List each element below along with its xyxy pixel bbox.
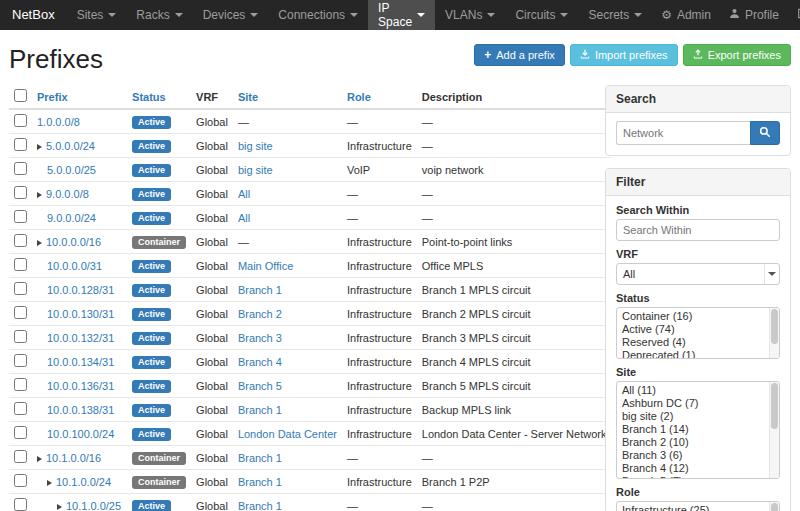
site-link[interactable]: Branch 1 — [238, 404, 282, 416]
nav-item-ip-space[interactable]: IP Space — [368, 0, 435, 30]
row-checkbox[interactable] — [14, 450, 27, 463]
prefix-link[interactable]: 1.0.0.0/8 — [37, 116, 80, 128]
listbox-option[interactable]: Branch 2 (10) — [617, 436, 779, 449]
row-checkbox[interactable] — [14, 162, 27, 175]
prefix-link[interactable]: 10.0.0.130/31 — [47, 308, 114, 320]
listbox-option[interactable]: Deprecated (1) — [617, 349, 779, 359]
row-checkbox[interactable] — [14, 426, 27, 439]
prefix-link[interactable]: 10.1.0.0/16 — [46, 452, 101, 464]
site-link[interactable]: big site — [238, 164, 273, 176]
column-header-status[interactable]: Status — [127, 85, 191, 109]
listbox-option[interactable]: big site (2) — [617, 410, 779, 423]
prefix-link[interactable]: 10.0.0.134/31 — [47, 356, 114, 368]
listbox-option[interactable]: Ashburn DC (7) — [617, 397, 779, 410]
vrf-cell: Global — [191, 398, 233, 422]
site-link[interactable]: Branch 1 — [238, 452, 282, 464]
site-link[interactable]: Branch 1 — [238, 284, 282, 296]
site-cell: Branch 5 — [233, 374, 342, 398]
add-prefix-button[interactable]: + Add a prefix — [474, 44, 565, 66]
row-checkbox[interactable] — [14, 138, 27, 151]
status-badge: Active — [132, 380, 171, 393]
row-checkbox[interactable] — [14, 282, 27, 295]
role-listbox[interactable]: Infrastructure (25)Management (8)Private… — [616, 501, 780, 511]
nav-item-secrets[interactable]: Secrets — [578, 0, 652, 30]
nav-item-circuits[interactable]: Circuits — [505, 0, 578, 30]
site-link[interactable]: Branch 1 — [238, 476, 282, 488]
status-badge: Active — [132, 428, 171, 441]
row-checkbox[interactable] — [14, 378, 27, 391]
site-link[interactable]: Branch 5 — [238, 380, 282, 392]
site-link[interactable]: All — [238, 188, 250, 200]
listbox-option[interactable]: Branch 1 (14) — [617, 423, 779, 436]
import-prefixes-button[interactable]: Import prefixes — [570, 44, 678, 66]
row-checkbox[interactable] — [14, 210, 27, 223]
row-checkbox[interactable] — [14, 330, 27, 343]
scrollbar-thumb[interactable] — [771, 383, 778, 429]
prefix-link[interactable]: 5.0.0.0/24 — [46, 140, 95, 152]
nav-item-devices[interactable]: Devices — [193, 0, 269, 30]
search-input[interactable] — [616, 121, 750, 145]
site-link[interactable]: Branch 2 — [238, 308, 282, 320]
nav-item-vlans[interactable]: VLANs — [435, 0, 505, 30]
table-row: 10.0.0.128/31 Active Global Branch 1 Inf… — [9, 278, 611, 302]
scrollbar-thumb[interactable] — [771, 309, 778, 344]
select-all-checkbox[interactable] — [14, 89, 27, 102]
nav-item-racks[interactable]: Racks — [126, 0, 192, 30]
add-prefix-label: Add a prefix — [496, 49, 555, 61]
logout-link[interactable]: Log out — [788, 0, 800, 30]
row-checkbox[interactable] — [14, 354, 27, 367]
prefix-link[interactable]: 10.1.0.0/25 — [66, 500, 121, 511]
row-checkbox[interactable] — [14, 186, 27, 199]
prefix-link[interactable]: 10.0.100.0/24 — [47, 428, 114, 440]
search-button[interactable] — [750, 121, 780, 145]
profile-link[interactable]: Profile — [720, 0, 788, 30]
listbox-option[interactable]: Reserved (4) — [617, 336, 779, 349]
site-link[interactable]: London Data Center — [238, 428, 337, 440]
row-checkbox[interactable] — [14, 306, 27, 319]
column-header-role[interactable]: Role — [342, 85, 417, 109]
prefix-link[interactable]: 10.0.0.138/31 — [47, 404, 114, 416]
row-checkbox[interactable] — [14, 474, 27, 487]
status-badge: Active — [132, 356, 171, 369]
prefix-link[interactable]: 10.0.0.128/31 — [47, 284, 114, 296]
site-link[interactable]: big site — [238, 140, 273, 152]
prefix-link[interactable]: 10.1.0.0/24 — [56, 476, 111, 488]
admin-link[interactable]: ⚙ Admin — [652, 0, 720, 30]
column-header-prefix[interactable]: Prefix — [32, 85, 127, 109]
table-row: 9.0.0.0/8 Active Global All — — — [9, 182, 611, 206]
row-checkbox[interactable] — [14, 498, 27, 511]
site-link[interactable]: Branch 1 — [238, 500, 282, 511]
listbox-option[interactable]: Branch 5 (7) — [617, 475, 779, 479]
row-checkbox[interactable] — [14, 402, 27, 415]
row-checkbox[interactable] — [14, 234, 27, 247]
site-link[interactable]: Branch 3 — [238, 332, 282, 344]
listbox-option[interactable]: Branch 4 (12) — [617, 462, 779, 475]
prefix-link[interactable]: 10.0.0.132/31 — [47, 332, 114, 344]
nav-item-sites[interactable]: Sites — [67, 0, 127, 30]
site-link[interactable]: All — [238, 212, 250, 224]
listbox-option[interactable]: Branch 3 (6) — [617, 449, 779, 462]
prefix-link[interactable]: 9.0.0.0/24 — [47, 212, 96, 224]
site-link[interactable]: Branch 4 — [238, 356, 282, 368]
row-checkbox[interactable] — [14, 258, 27, 271]
nav-item-connections[interactable]: Connections — [268, 0, 368, 30]
prefix-link[interactable]: 10.0.0.0/16 — [46, 236, 101, 248]
vrf-select[interactable]: All — [616, 263, 780, 285]
prefix-link[interactable]: 5.0.0.0/25 — [47, 164, 96, 176]
export-prefixes-button[interactable]: Export prefixes — [683, 44, 791, 66]
search-within-input[interactable] — [616, 219, 780, 241]
prefix-link[interactable]: 10.0.0.136/31 — [47, 380, 114, 392]
listbox-option[interactable]: All (11) — [617, 384, 779, 397]
prefix-link[interactable]: 9.0.0.0/8 — [46, 188, 89, 200]
status-listbox[interactable]: Container (16)Active (74)Reserved (4)Dep… — [616, 307, 780, 359]
listbox-option[interactable]: Infrastructure (25) — [617, 504, 779, 511]
site-listbox[interactable]: All (11)Ashburn DC (7)big site (2)Branch… — [616, 381, 780, 479]
listbox-option[interactable]: Active (74) — [617, 323, 779, 336]
column-header-site[interactable]: Site — [233, 85, 342, 109]
brand-link[interactable]: NetBox — [0, 0, 67, 30]
row-checkbox[interactable] — [14, 114, 27, 127]
listbox-option[interactable]: Container (16) — [617, 310, 779, 323]
prefix-link[interactable]: 10.0.0.0/31 — [47, 260, 102, 272]
site-link[interactable]: Main Office — [238, 260, 293, 272]
scrollbar-thumb[interactable] — [771, 503, 778, 511]
